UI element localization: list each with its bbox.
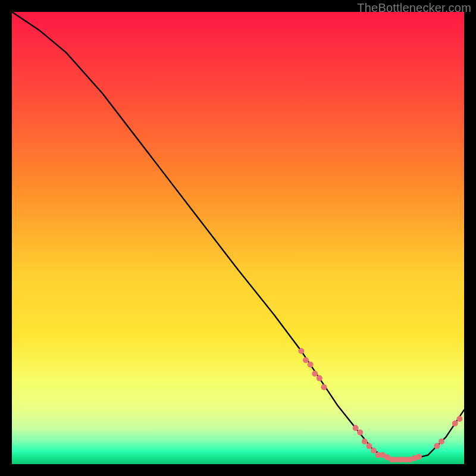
data-point [362, 439, 368, 444]
data-point [357, 430, 363, 436]
data-point [308, 362, 314, 368]
data-point [434, 443, 440, 449]
data-point [452, 421, 458, 427]
chart-frame: TheBottlenecker.com [0, 0, 476, 476]
chart-svg [12, 12, 464, 464]
data-point [371, 447, 377, 453]
data-point [298, 348, 304, 354]
data-point [416, 454, 422, 460]
data-point [317, 375, 322, 381]
plot-area [12, 12, 464, 464]
data-point [303, 357, 309, 363]
data-point [366, 443, 372, 449]
data-point [439, 439, 444, 444]
gradient-bg [12, 12, 464, 464]
data-point [456, 416, 462, 422]
data-point [353, 425, 359, 431]
data-point [312, 371, 318, 377]
data-point [321, 384, 327, 390]
